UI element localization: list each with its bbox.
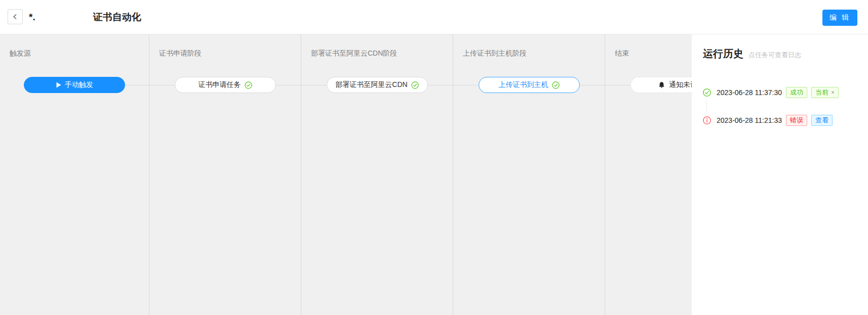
status-badge-success: 成功 bbox=[786, 87, 807, 98]
node-label: 证书申请任务 bbox=[199, 80, 241, 89]
redacted-domain-segment bbox=[36, 11, 93, 24]
check-circle-icon bbox=[552, 81, 560, 89]
node-label: 部署证书至阿里云CDN bbox=[335, 80, 407, 89]
stage-upload-host: 上传证书到主机阶段 上传证书到主机 bbox=[453, 34, 605, 315]
upload-host-node[interactable]: 上传证书到主机 bbox=[479, 77, 580, 93]
page-header: *. 证书自动化 编 辑 bbox=[0, 0, 868, 34]
timeline-connector bbox=[706, 100, 707, 113]
status-badge-error: 错误 bbox=[786, 115, 807, 126]
stage-label: 证书申请阶段 bbox=[149, 34, 301, 58]
run-history-panel: 运行历史 点任务可查看日志 2023-06-28 11:37:30 成功 当前× bbox=[692, 34, 868, 315]
certificate-automation-page: *. 证书自动化 编 辑 触发源 手动触发 证书申请阶段 bbox=[0, 0, 868, 315]
stage-cert-apply: 证书申请阶段 证书申请任务 bbox=[149, 34, 301, 315]
page-title-prefix: *. bbox=[29, 12, 35, 23]
check-circle-icon bbox=[703, 88, 711, 97]
current-run-label: 当前 bbox=[815, 88, 828, 96]
run-timestamp: 2023-06-28 11:37:30 bbox=[717, 88, 782, 97]
deploy-cdn-node[interactable]: 部署证书至阿里云CDN bbox=[327, 77, 428, 93]
run-history-list: 2023-06-28 11:37:30 成功 当前× 2023-06-28 11… bbox=[703, 87, 865, 126]
stage-label: 上传证书到主机阶段 bbox=[453, 34, 605, 58]
close-icon[interactable]: × bbox=[831, 89, 835, 96]
current-run-badge: 当前× bbox=[811, 87, 839, 98]
chevron-left-icon bbox=[12, 14, 18, 20]
stage-label: 部署证书至阿里云CDN阶段 bbox=[301, 34, 453, 58]
stage-trigger-source: 触发源 手动触发 bbox=[0, 34, 149, 315]
node-label: 手动触发 bbox=[65, 80, 93, 89]
manual-trigger-node[interactable]: 手动触发 bbox=[24, 77, 125, 93]
check-circle-icon bbox=[411, 81, 419, 89]
view-log-button[interactable]: 查看 bbox=[811, 115, 833, 126]
page-title: *. 证书自动化 bbox=[29, 10, 141, 25]
bell-icon bbox=[658, 81, 665, 89]
cert-apply-task-node[interactable]: 证书申请任务 bbox=[175, 77, 276, 93]
play-icon bbox=[56, 82, 61, 88]
info-circle-icon bbox=[703, 116, 711, 124]
node-label: 上传证书到主机 bbox=[499, 80, 548, 89]
edit-button[interactable]: 编 辑 bbox=[822, 10, 857, 26]
page-title-suffix: 证书自动化 bbox=[93, 11, 141, 24]
back-button[interactable] bbox=[8, 9, 23, 24]
run-history-title: 运行历史 bbox=[703, 47, 743, 61]
run-history-entry[interactable]: 2023-06-28 11:21:33 错误 查看 bbox=[703, 115, 865, 126]
stage-label: 触发源 bbox=[0, 34, 149, 58]
stage-deploy-cdn: 部署证书至阿里云CDN阶段 部署证书至阿里云CDN bbox=[301, 34, 453, 315]
check-circle-icon bbox=[245, 81, 252, 89]
run-timestamp: 2023-06-28 11:21:33 bbox=[717, 116, 782, 124]
run-history-hint: 点任务可查看日志 bbox=[748, 51, 801, 60]
run-history-entry[interactable]: 2023-06-28 11:37:30 成功 当前× bbox=[703, 87, 865, 98]
